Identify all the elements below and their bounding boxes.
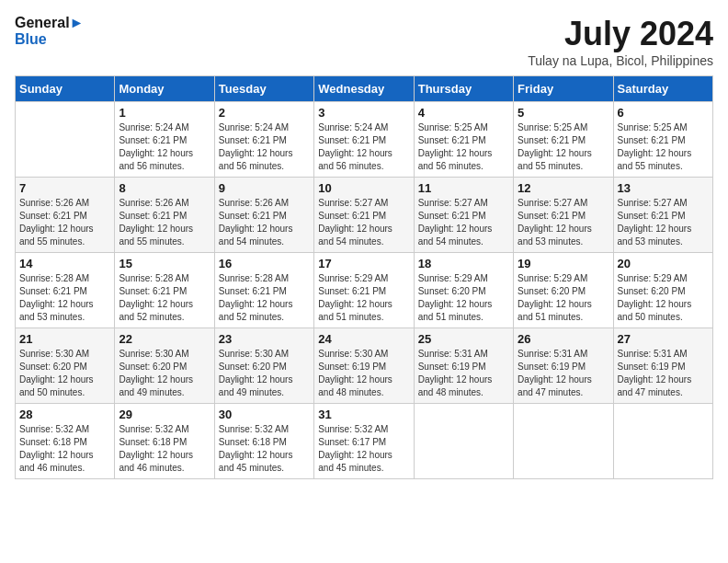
day-info: Sunrise: 5:29 AMSunset: 6:20 PMDaylight:… — [618, 272, 709, 324]
day-info: Sunrise: 5:30 AMSunset: 6:20 PMDaylight:… — [19, 348, 110, 399]
day-number: 25 — [418, 332, 509, 346]
day-number: 21 — [19, 332, 110, 346]
day-number: 27 — [618, 332, 709, 346]
calendar-cell: 19Sunrise: 5:29 AMSunset: 6:20 PMDayligh… — [514, 253, 613, 328]
header-cell: Tuesday — [214, 76, 313, 102]
header-cell: Thursday — [414, 76, 513, 102]
day-info: Sunrise: 5:25 AMSunset: 6:21 PMDaylight:… — [418, 121, 509, 173]
calendar-cell: 24Sunrise: 5:30 AMSunset: 6:19 PMDayligh… — [314, 328, 414, 404]
calendar-cell: 8Sunrise: 5:26 AMSunset: 6:21 PMDaylight… — [115, 178, 214, 253]
calendar-cell: 10Sunrise: 5:27 AMSunset: 6:21 PMDayligh… — [314, 178, 414, 253]
day-info: Sunrise: 5:26 AMSunset: 6:21 PMDaylight:… — [119, 197, 210, 248]
day-number: 22 — [119, 332, 210, 346]
day-number: 30 — [219, 408, 310, 421]
title-area: July 2024 Tulay na Lupa, Bicol, Philippi… — [528, 15, 713, 68]
day-number: 7 — [19, 181, 110, 195]
day-number: 4 — [418, 106, 509, 120]
header-row: SundayMondayTuesdayWednesdayThursdayFrid… — [16, 76, 713, 102]
day-info: Sunrise: 5:31 AMSunset: 6:19 PMDaylight:… — [618, 348, 709, 399]
calendar-week-row: 1Sunrise: 5:24 AMSunset: 6:21 PMDaylight… — [16, 102, 713, 178]
day-number: 1 — [119, 106, 210, 120]
day-info: Sunrise: 5:24 AMSunset: 6:21 PMDaylight:… — [318, 121, 409, 173]
day-number: 8 — [119, 181, 210, 195]
day-info: Sunrise: 5:29 AMSunset: 6:20 PMDaylight:… — [418, 272, 509, 324]
day-info: Sunrise: 5:32 AMSunset: 6:18 PMDaylight:… — [19, 423, 110, 475]
header-cell: Saturday — [613, 76, 712, 102]
day-number: 5 — [518, 106, 609, 120]
day-number: 17 — [318, 257, 409, 270]
calendar-cell: 3Sunrise: 5:24 AMSunset: 6:21 PMDaylight… — [314, 102, 414, 178]
day-info: Sunrise: 5:32 AMSunset: 6:17 PMDaylight:… — [318, 423, 409, 475]
calendar-cell: 26Sunrise: 5:31 AMSunset: 6:19 PMDayligh… — [514, 328, 613, 404]
day-number: 13 — [618, 181, 709, 195]
page-subtitle: Tulay na Lupa, Bicol, Philippines — [528, 53, 713, 68]
day-info: Sunrise: 5:26 AMSunset: 6:21 PMDaylight:… — [19, 197, 110, 248]
day-number: 6 — [618, 106, 709, 120]
day-info: Sunrise: 5:29 AMSunset: 6:20 PMDaylight:… — [518, 272, 609, 324]
calendar-cell: 28Sunrise: 5:32 AMSunset: 6:18 PMDayligh… — [16, 404, 115, 479]
day-number: 28 — [19, 408, 110, 421]
day-info: Sunrise: 5:29 AMSunset: 6:21 PMDaylight:… — [318, 272, 409, 324]
calendar-week-row: 21Sunrise: 5:30 AMSunset: 6:20 PMDayligh… — [16, 328, 713, 404]
calendar-cell — [613, 404, 712, 479]
header-cell: Friday — [514, 76, 613, 102]
day-info: Sunrise: 5:32 AMSunset: 6:18 PMDaylight:… — [119, 423, 210, 475]
day-number: 29 — [119, 408, 210, 421]
calendar-week-row: 28Sunrise: 5:32 AMSunset: 6:18 PMDayligh… — [16, 404, 713, 479]
calendar-cell: 15Sunrise: 5:28 AMSunset: 6:21 PMDayligh… — [115, 253, 214, 328]
day-info: Sunrise: 5:30 AMSunset: 6:20 PMDaylight:… — [219, 348, 310, 399]
day-number: 2 — [219, 106, 310, 120]
day-number: 19 — [518, 257, 609, 270]
calendar-cell: 20Sunrise: 5:29 AMSunset: 6:20 PMDayligh… — [613, 253, 712, 328]
header-cell: Sunday — [16, 76, 115, 102]
calendar-cell: 30Sunrise: 5:32 AMSunset: 6:18 PMDayligh… — [214, 404, 313, 479]
calendar-cell: 25Sunrise: 5:31 AMSunset: 6:19 PMDayligh… — [414, 328, 513, 404]
day-info: Sunrise: 5:26 AMSunset: 6:21 PMDaylight:… — [219, 197, 310, 248]
day-info: Sunrise: 5:30 AMSunset: 6:20 PMDaylight:… — [119, 348, 210, 399]
day-number: 26 — [518, 332, 609, 346]
calendar-cell: 21Sunrise: 5:30 AMSunset: 6:20 PMDayligh… — [16, 328, 115, 404]
day-info: Sunrise: 5:24 AMSunset: 6:21 PMDaylight:… — [219, 121, 310, 173]
day-info: Sunrise: 5:28 AMSunset: 6:21 PMDaylight:… — [219, 272, 310, 324]
day-number: 14 — [19, 257, 110, 270]
calendar-cell: 17Sunrise: 5:29 AMSunset: 6:21 PMDayligh… — [314, 253, 414, 328]
day-number: 16 — [219, 257, 310, 270]
page-header: General► Blue July 2024 Tulay na Lupa, B… — [15, 15, 713, 68]
day-number: 10 — [318, 181, 409, 195]
calendar-cell: 5Sunrise: 5:25 AMSunset: 6:21 PMDaylight… — [514, 102, 613, 178]
day-number: 9 — [219, 181, 310, 195]
day-info: Sunrise: 5:27 AMSunset: 6:21 PMDaylight:… — [418, 197, 509, 248]
day-info: Sunrise: 5:27 AMSunset: 6:21 PMDaylight:… — [318, 197, 409, 248]
day-number: 11 — [418, 181, 509, 195]
calendar-cell: 2Sunrise: 5:24 AMSunset: 6:21 PMDaylight… — [214, 102, 313, 178]
calendar-cell: 1Sunrise: 5:24 AMSunset: 6:21 PMDaylight… — [115, 102, 214, 178]
day-number: 3 — [318, 106, 409, 120]
day-info: Sunrise: 5:30 AMSunset: 6:19 PMDaylight:… — [318, 348, 409, 399]
day-info: Sunrise: 5:31 AMSunset: 6:19 PMDaylight:… — [418, 348, 509, 399]
header-cell: Monday — [115, 76, 214, 102]
day-info: Sunrise: 5:28 AMSunset: 6:21 PMDaylight:… — [119, 272, 210, 324]
calendar-cell: 9Sunrise: 5:26 AMSunset: 6:21 PMDaylight… — [214, 178, 313, 253]
logo: General► Blue — [15, 15, 84, 47]
day-number: 23 — [219, 332, 310, 346]
calendar-cell: 14Sunrise: 5:28 AMSunset: 6:21 PMDayligh… — [16, 253, 115, 328]
calendar-cell: 13Sunrise: 5:27 AMSunset: 6:21 PMDayligh… — [613, 178, 712, 253]
day-info: Sunrise: 5:25 AMSunset: 6:21 PMDaylight:… — [618, 121, 709, 173]
calendar-cell: 12Sunrise: 5:27 AMSunset: 6:21 PMDayligh… — [514, 178, 613, 253]
day-info: Sunrise: 5:28 AMSunset: 6:21 PMDaylight:… — [19, 272, 110, 324]
day-info: Sunrise: 5:27 AMSunset: 6:21 PMDaylight:… — [518, 197, 609, 248]
calendar-cell: 22Sunrise: 5:30 AMSunset: 6:20 PMDayligh… — [115, 328, 214, 404]
calendar-cell — [16, 102, 115, 178]
calendar-week-row: 14Sunrise: 5:28 AMSunset: 6:21 PMDayligh… — [16, 253, 713, 328]
calendar-week-row: 7Sunrise: 5:26 AMSunset: 6:21 PMDaylight… — [16, 178, 713, 253]
calendar-cell: 16Sunrise: 5:28 AMSunset: 6:21 PMDayligh… — [214, 253, 313, 328]
day-info: Sunrise: 5:32 AMSunset: 6:18 PMDaylight:… — [219, 423, 310, 475]
page-title: July 2024 — [528, 15, 713, 53]
day-number: 18 — [418, 257, 509, 270]
day-info: Sunrise: 5:27 AMSunset: 6:21 PMDaylight:… — [618, 197, 709, 248]
header-cell: Wednesday — [314, 76, 414, 102]
calendar-cell — [414, 404, 513, 479]
day-number: 20 — [618, 257, 709, 270]
calendar-cell: 31Sunrise: 5:32 AMSunset: 6:17 PMDayligh… — [314, 404, 414, 479]
day-info: Sunrise: 5:31 AMSunset: 6:19 PMDaylight:… — [518, 348, 609, 399]
